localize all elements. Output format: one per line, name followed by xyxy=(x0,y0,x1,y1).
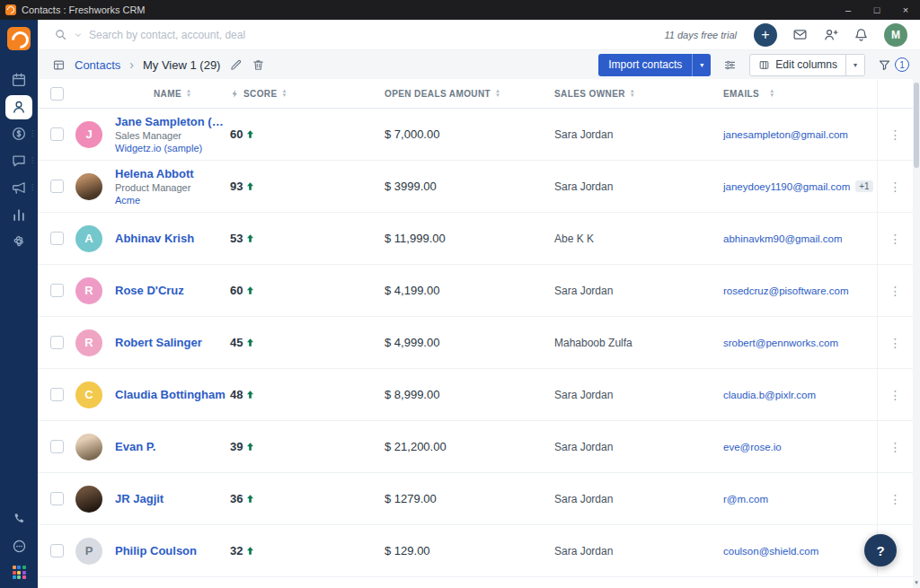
sort-icon[interactable]: ▲▼ xyxy=(495,89,500,98)
sidebar-item-campaigns[interactable]: ⋮ xyxy=(0,174,38,201)
sidebar-item-analytics[interactable] xyxy=(0,201,38,228)
sidebar-item-settings[interactable] xyxy=(0,228,38,255)
email-extra-badge[interactable]: +1 xyxy=(855,180,872,192)
row-checkbox[interactable] xyxy=(50,492,64,505)
delete-view-button[interactable] xyxy=(252,58,265,72)
sidebar-item-deals[interactable]: ⋮ xyxy=(0,120,38,147)
maximize-button[interactable]: □ xyxy=(862,0,891,20)
support-chat-icon[interactable] xyxy=(12,539,27,554)
contact-email-link[interactable]: rosedcruz@pisoftware.com xyxy=(723,285,849,296)
breadcrumb-contacts-link[interactable]: Contacts xyxy=(75,58,120,72)
contact-email-link[interactable]: janeydoey1190@gmail.com xyxy=(723,181,850,192)
row-menu-icon[interactable]: ⋮ xyxy=(889,233,902,245)
table-view-button[interactable] xyxy=(52,58,66,72)
close-button[interactable]: × xyxy=(891,0,920,20)
column-header-name[interactable]: NAME ▲▼ xyxy=(115,89,230,99)
bulk-actions-button[interactable] xyxy=(723,58,737,72)
select-all-checkbox[interactable] xyxy=(50,87,64,101)
contact-company-link[interactable]: Acme xyxy=(115,195,230,206)
chevron-down-icon[interactable] xyxy=(74,31,83,39)
table-row[interactable]: Evan P. 39 $ 21,200.00 Sara Jordan eve@r… xyxy=(38,421,913,473)
apps-grid-icon[interactable] xyxy=(13,566,26,579)
import-contacts-button[interactable]: Import contacts xyxy=(598,54,692,76)
column-header-score[interactable]: SCORE ▲▼ xyxy=(230,89,385,99)
contact-name-link[interactable]: Robert Salinger xyxy=(115,336,228,349)
contact-email-link[interactable]: srobert@pennworks.com xyxy=(723,338,838,348)
row-checkbox[interactable] xyxy=(50,440,64,453)
row-checkbox[interactable] xyxy=(50,127,64,141)
table-row[interactable]: C Claudia Bottingham 48 $ 8,999.00 Sara … xyxy=(38,369,913,421)
sort-icon[interactable]: ▲▼ xyxy=(630,89,635,98)
import-dropdown-button[interactable]: ▾ xyxy=(692,54,711,76)
row-menu-icon[interactable]: ⋮ xyxy=(889,441,902,453)
campaigns-menu-icon[interactable]: ⋮ xyxy=(29,184,36,191)
table-row[interactable]: JR Jagjit 36 $ 1279.00 Sara Jordan r@m.c… xyxy=(38,473,913,525)
scroll-down-arrow-icon[interactable]: ▾ xyxy=(913,577,920,588)
row-menu-icon[interactable]: ⋮ xyxy=(889,337,902,349)
row-checkbox[interactable] xyxy=(50,388,64,401)
minimize-button[interactable]: – xyxy=(834,0,862,20)
contact-company-link[interactable]: Widgetz.io (sample) xyxy=(115,143,230,154)
contact-name-link[interactable]: Claudia Bottingham xyxy=(115,388,228,401)
contact-email-link[interactable]: r@m.com xyxy=(723,494,768,505)
contact-name-link[interactable]: Jane Sampleton (sa... xyxy=(115,115,228,128)
row-checkbox[interactable] xyxy=(50,232,64,245)
search-input[interactable] xyxy=(89,29,358,41)
column-header-sales-owner[interactable]: SALES OWNER ▲▼ xyxy=(554,89,723,99)
contact-email-link[interactable]: abhinavkm90@gmail.com xyxy=(723,233,842,244)
contact-name-link[interactable]: Helena Abbott xyxy=(115,167,228,180)
sort-icon[interactable]: ▲▼ xyxy=(282,89,288,98)
vertical-scrollbar[interactable]: ▾ xyxy=(913,79,920,588)
row-menu-icon[interactable]: ⋮ xyxy=(889,128,902,141)
current-view-name[interactable]: My View 1 (29) xyxy=(143,58,220,72)
rename-view-button[interactable] xyxy=(229,58,243,72)
sidebar-item-conversations[interactable]: ⋮ xyxy=(0,147,38,174)
table-row[interactable]: Helena Abbott Product Manager Acme 93 $ … xyxy=(38,161,913,213)
row-menu-icon[interactable]: ⋮ xyxy=(889,389,902,401)
sort-icon[interactable]: ▲▼ xyxy=(186,89,191,98)
user-avatar[interactable]: M xyxy=(884,23,907,47)
contact-email-link[interactable]: janesampleton@gmail.com xyxy=(723,129,848,140)
sidebar-item-calendar[interactable] xyxy=(0,66,38,93)
contact-email-link[interactable]: claudia.b@pixlr.com xyxy=(723,390,816,400)
contact-email-link[interactable]: eve@rose.io xyxy=(723,442,782,452)
row-checkbox[interactable] xyxy=(50,180,64,193)
notifications-button[interactable] xyxy=(854,27,869,42)
table-row[interactable]: R Rose D'Cruz 60 $ 4,199.00 Sara Jordan … xyxy=(38,265,913,317)
contact-name-link[interactable]: Evan P. xyxy=(115,440,228,453)
edit-columns-button[interactable]: Edit columns xyxy=(750,55,845,75)
scrollbar-thumb[interactable] xyxy=(914,83,919,168)
row-menu-icon[interactable]: ⋮ xyxy=(889,180,902,193)
phone-icon[interactable] xyxy=(12,512,27,527)
sort-icon[interactable]: ▲▼ xyxy=(769,89,774,98)
quick-add-button[interactable]: + xyxy=(754,23,777,47)
table-row[interactable]: P Philip Coulson 32 $ 129.00 Sara Jordan… xyxy=(38,525,913,577)
column-header-open-deals[interactable]: OPEN DEALS AMOUNT ▲▼ xyxy=(385,89,554,99)
contact-name-link[interactable]: Rose D'Cruz xyxy=(115,284,228,297)
deals-menu-icon[interactable]: ⋮ xyxy=(29,130,36,137)
table-row[interactable]: R Robert Salinger 45 $ 4,999.00 Mahaboob… xyxy=(38,317,913,369)
conversations-menu-icon[interactable]: ⋮ xyxy=(29,157,36,164)
contact-name-link[interactable]: JR Jagjit xyxy=(115,492,228,505)
freshworks-logo[interactable] xyxy=(7,27,31,50)
row-menu-icon[interactable]: ⋮ xyxy=(889,285,902,297)
contact-name-link[interactable]: Philip Coulson xyxy=(115,544,228,557)
help-button[interactable]: ? xyxy=(864,534,897,566)
global-search[interactable] xyxy=(54,27,358,43)
contact-email-link[interactable]: coulson@shield.com xyxy=(723,546,818,557)
contacts-icon xyxy=(11,99,27,115)
column-header-emails[interactable]: EMAILS ▲▼ xyxy=(723,89,877,99)
row-checkbox[interactable] xyxy=(50,336,64,349)
edit-columns-dropdown-button[interactable]: ▾ xyxy=(845,55,864,75)
filters-button[interactable]: 1 xyxy=(878,57,909,72)
contact-name-link[interactable]: Abhinav Krish xyxy=(115,232,228,245)
open-deals-amount: $ 4,199.00 xyxy=(385,284,554,297)
sidebar-item-contacts[interactable] xyxy=(0,93,38,120)
table-row[interactable]: J Jane Sampleton (sa... Sales Manager Wi… xyxy=(38,109,913,161)
email-button[interactable] xyxy=(792,27,808,42)
row-checkbox[interactable] xyxy=(50,284,64,297)
table-row[interactable]: A Abhinav Krish 53 $ 11,999.00 Abe K K a… xyxy=(38,213,913,265)
row-checkbox[interactable] xyxy=(50,544,64,557)
user-notifications-button[interactable] xyxy=(823,27,838,42)
row-menu-icon[interactable]: ⋮ xyxy=(889,493,902,505)
